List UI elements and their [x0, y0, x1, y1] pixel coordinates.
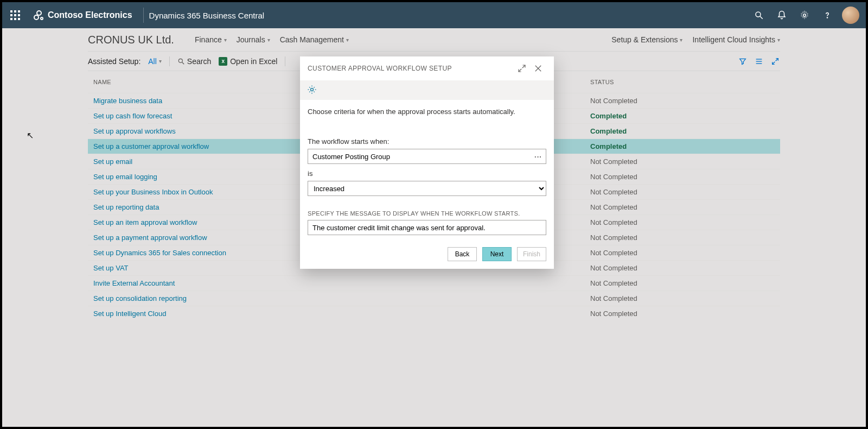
- svg-point-4: [178, 59, 182, 62]
- row-status: Not Completed: [590, 157, 780, 166]
- svg-line-12: [519, 69, 521, 72]
- toolbar-label: Assisted Setup:: [88, 57, 141, 66]
- message-caption: SPECIFY THE MESSAGE TO DISPLAY WHEN THE …: [308, 210, 546, 217]
- row-name[interactable]: Set up consolidation reporting: [88, 294, 590, 302]
- nav-row: CRONUS UK Ltd. Finance▾ Journals▾ Cash M…: [88, 28, 780, 51]
- notifications-icon[interactable]: [770, 2, 793, 28]
- filter-icon[interactable]: [738, 56, 748, 66]
- divider: [143, 8, 144, 23]
- search-icon[interactable]: [748, 2, 770, 28]
- row-status: Completed: [590, 127, 780, 135]
- svg-line-5: [182, 62, 184, 64]
- company-name[interactable]: CRONUS UK Ltd.: [88, 34, 174, 46]
- row-name[interactable]: Set up Intelligent Cloud: [88, 310, 590, 318]
- row-status: Not Completed: [590, 234, 780, 242]
- open-in-excel-button[interactable]: x Open in Excel: [219, 57, 277, 66]
- row-name[interactable]: Invite External Accountant: [88, 279, 590, 287]
- excel-icon: x: [219, 57, 227, 66]
- svg-line-10: [773, 61, 775, 64]
- modal-intro: Choose criteria for when the approval pr…: [308, 108, 546, 116]
- trigger-field-lookup[interactable]: ···: [308, 149, 546, 164]
- condition-select[interactable]: Increased: [308, 181, 546, 196]
- svg-point-3: [827, 17, 827, 18]
- row-status: Completed: [590, 112, 780, 120]
- row-status: Not Completed: [590, 203, 780, 211]
- lookup-ellipsis-icon[interactable]: ···: [531, 153, 546, 161]
- row-status: Completed: [590, 142, 780, 150]
- nav-finance[interactable]: Finance▾: [195, 35, 227, 44]
- nav-setup-extensions[interactable]: Setup & Extensions▾: [611, 35, 682, 44]
- table-row[interactable]: Set up consolidation reportingNot Comple…: [88, 291, 780, 306]
- row-status: Not Completed: [590, 188, 780, 196]
- mouse-cursor-icon: ↖: [27, 130, 34, 141]
- svg-point-0: [756, 12, 761, 17]
- message-input[interactable]: [308, 220, 546, 235]
- svg-point-2: [803, 14, 806, 17]
- row-status: Not Completed: [590, 97, 780, 105]
- filter-all[interactable]: All▾: [148, 57, 162, 66]
- finish-button[interactable]: Finish: [517, 247, 546, 261]
- nav-journals[interactable]: Journals▾: [237, 35, 270, 44]
- close-icon[interactable]: [530, 60, 546, 77]
- settings-icon[interactable]: [793, 2, 816, 28]
- gear-icon: [307, 84, 317, 97]
- row-status: Not Completed: [590, 218, 780, 226]
- user-avatar[interactable]: [842, 7, 859, 24]
- app-name[interactable]: Dynamics 365 Business Central: [149, 11, 265, 20]
- starts-when-label: The workflow starts when:: [308, 137, 546, 146]
- help-icon[interactable]: [816, 2, 839, 28]
- svg-line-11: [522, 65, 525, 68]
- svg-line-9: [776, 58, 778, 61]
- row-status: Not Completed: [590, 173, 780, 181]
- table-row[interactable]: Invite External AccountantNot Completed: [88, 275, 780, 291]
- row-status: Not Completed: [590, 279, 780, 287]
- row-status: Not Completed: [590, 264, 780, 272]
- expand-icon[interactable]: [770, 56, 780, 66]
- svg-line-1: [760, 16, 763, 19]
- is-label: is: [308, 169, 546, 178]
- suite-bar: Contoso Electronics Dynamics 365 Busines…: [2, 2, 866, 28]
- customer-approval-workflow-modal: CUSTOMER APPROVAL WORKFLOW SETUP Choose …: [300, 56, 554, 269]
- svg-point-15: [311, 88, 314, 91]
- table-row[interactable]: Set up Intelligent CloudNot Completed: [88, 306, 780, 321]
- modal-title: CUSTOMER APPROVAL WORKFLOW SETUP: [308, 65, 514, 72]
- nav-intelligent-cloud[interactable]: Intelligent Cloud Insights▾: [692, 35, 780, 44]
- trigger-field-input[interactable]: [308, 153, 531, 161]
- back-button[interactable]: Back: [448, 247, 477, 261]
- modal-expand-icon[interactable]: [514, 60, 530, 77]
- brand-name: Contoso Electronics: [48, 10, 132, 20]
- list-view-icon[interactable]: [754, 56, 764, 66]
- brand-logo-icon: [34, 10, 43, 20]
- search-button[interactable]: Search: [177, 57, 211, 66]
- row-status: Not Completed: [590, 249, 780, 257]
- column-header-status[interactable]: STATUS: [590, 79, 780, 85]
- row-status: Not Completed: [590, 310, 780, 318]
- nav-cash-management[interactable]: Cash Management▾: [280, 35, 349, 44]
- brand: Contoso Electronics: [28, 2, 138, 28]
- row-status: Not Completed: [590, 294, 780, 302]
- app-launcher-icon[interactable]: [2, 2, 28, 28]
- next-button[interactable]: Next: [482, 247, 512, 261]
